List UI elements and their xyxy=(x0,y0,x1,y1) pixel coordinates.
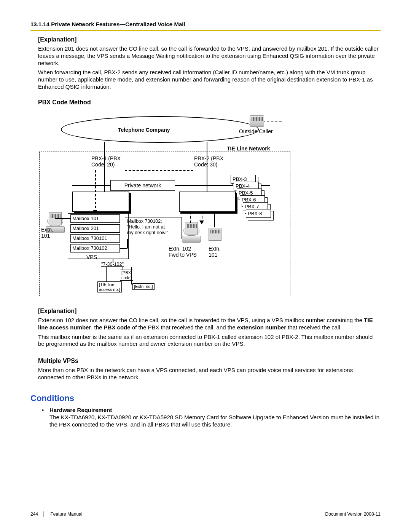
page-number: 244 xyxy=(30,511,44,517)
hardware-requirement-text: The KX-TDA6920, KX-TDA0920 or KX-TDA5920… xyxy=(49,414,381,428)
bullet-icon: • xyxy=(42,407,44,413)
manual-name: Feature Manual xyxy=(50,511,82,517)
document-version: Document Version 2008-11 xyxy=(325,511,381,517)
explanation2-paragraph-1: Extension 102 does not answer the CO lin… xyxy=(38,317,381,331)
extn101b-phone-icon xyxy=(209,228,221,241)
mailbox-201: Mailbox 201 xyxy=(70,224,120,233)
multiple-vpss-paragraph: More than one PBX in the network can hav… xyxy=(38,367,381,381)
extn101b-label: Extn. 101 xyxy=(209,246,221,258)
pbx-code-method-diagram: Telephone Company Outside Caller TIE Lin… xyxy=(38,112,354,299)
explanation-paragraph-1: Extension 201 does not answer the CO lin… xyxy=(38,45,381,67)
pbx-label-dash xyxy=(125,170,193,171)
mailbox-message-title: Mailbox 730102: xyxy=(127,219,162,224)
pbx8-box: PBX-8 xyxy=(246,209,271,218)
telephone-company-label: Telephone Company xyxy=(118,127,170,133)
conditions-heading: Conditions xyxy=(30,393,74,403)
tie-line-network-label: TIE Line Network xyxy=(227,145,270,152)
mailbox-message-box: Mailbox 730102: "Hello. I am not at my d… xyxy=(125,217,182,239)
page-header-title: 13.1.14 Private Network Features—Central… xyxy=(30,21,185,27)
extn-no-box: [Extn. no.] xyxy=(132,283,155,290)
extn102-label: Extn. 102 Fwd to VPS xyxy=(169,246,197,258)
mailbox-730101: Mailbox 730101 xyxy=(70,234,120,243)
hardware-requirement-label: Hardware Requirement xyxy=(49,407,112,413)
extn101-label: Extn. 101 xyxy=(41,227,53,239)
mailbox-message-body: "Hello. I am not at my desk right now." xyxy=(127,224,168,235)
page-footer: 244 Feature Manual Document Version 2008… xyxy=(30,511,381,517)
multiple-vpss-heading: Multiple VPSs xyxy=(38,358,381,364)
mailbox-730102: Mailbox 730102 xyxy=(70,244,120,252)
pbx2-label: PBX-2 (PBX Code: 30) xyxy=(194,155,223,168)
explanation2-paragraph-2: This mailbox number is the same as if an… xyxy=(38,334,381,348)
explanation-heading-2: [Explanation] xyxy=(38,308,381,315)
explanation-paragraph-2: When forwarding the call, PBX-2 sends an… xyxy=(38,69,381,90)
tie-access-box: [TIE line access no.] xyxy=(97,281,122,292)
pbx1-box xyxy=(72,192,129,212)
pbx2-box xyxy=(179,192,236,212)
outside-caller-label: Outside Caller xyxy=(239,128,273,134)
vps-label: VPS xyxy=(86,254,97,260)
pbx-code-method-heading: PBX Code Method xyxy=(38,99,381,106)
pbx1-label: PBX-1 (PBX Code: 20) xyxy=(91,155,121,168)
explanation-heading-1: [Explanation] xyxy=(38,36,381,43)
private-network-box: Private network xyxy=(110,180,175,191)
header-rule xyxy=(30,30,381,31)
outside-caller-icon xyxy=(250,115,264,127)
mailbox-101: Mailbox 101 xyxy=(70,214,120,223)
